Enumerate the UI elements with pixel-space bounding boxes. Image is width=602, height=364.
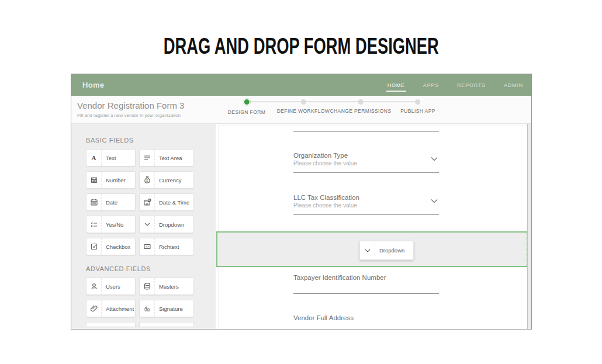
- field-button-signature[interactable]: Signature: [139, 300, 194, 317]
- topbar: Home HOME APPS REPORTS ADMIN: [71, 74, 531, 96]
- form-title: Vendor Registration Form 3: [77, 100, 184, 110]
- field-button-richtext[interactable]: </> Richtext: [139, 238, 194, 255]
- field-button-label: Dropdown: [155, 221, 184, 228]
- field-button-users[interactable]: Users: [86, 278, 136, 295]
- field-button-label: Date: [102, 199, 117, 206]
- nav-reports[interactable]: REPORTS: [456, 79, 487, 92]
- dropdown-icon: [140, 216, 155, 233]
- drop-zone[interactable]: Dropdown: [216, 231, 528, 267]
- field-button-date-time[interactable]: Date & Time: [139, 193, 194, 211]
- currency-icon: $: [140, 172, 155, 188]
- content: BASIC FIELDS A Text Text Area: [71, 124, 531, 330]
- nav-admin[interactable]: ADMIN: [503, 79, 524, 92]
- basic-fields-heading: BASIC FIELDS: [86, 124, 216, 144]
- field-button-label: Date & Time: [155, 199, 189, 206]
- date-time-icon: [140, 194, 155, 210]
- svg-text:</>: </>: [145, 245, 149, 248]
- field-button-masters[interactable]: Masters: [139, 278, 194, 295]
- field-placeholder: Please choose the value: [293, 160, 357, 167]
- step-label: CHANGE PERMISSIONS: [330, 108, 392, 114]
- form-header: Vendor Registration Form 3 Fill and regi…: [71, 96, 531, 124]
- step-dot: [416, 99, 421, 105]
- checkbox-icon: [87, 238, 102, 255]
- field-button-currency[interactable]: $ Currency: [139, 171, 194, 189]
- field-label: Taxpayer Identification Number: [293, 274, 386, 281]
- field-underline-partial: [293, 131, 439, 132]
- dropdown-icon: [360, 241, 375, 259]
- users-icon: [87, 278, 102, 294]
- form-canvas-area: Organization Type Please choose the valu…: [216, 124, 531, 330]
- date-icon: [87, 194, 102, 210]
- field-button-date[interactable]: Date: [86, 193, 136, 211]
- field-underline: [293, 214, 439, 215]
- step-design-form[interactable]: DESIGN FORM: [228, 96, 265, 115]
- signature-icon: [140, 300, 155, 317]
- field-button-label: Text Area: [155, 155, 182, 161]
- field-button-attachment[interactable]: Attachment: [86, 300, 136, 317]
- step-dot: [301, 99, 306, 105]
- step-label: DEFINE WORKFLOW: [277, 108, 330, 114]
- step-label: DESIGN FORM: [228, 109, 265, 115]
- svg-text:$: $: [146, 179, 148, 182]
- field-button-text-area[interactable]: Text Area: [139, 149, 194, 167]
- chevron-down-icon[interactable]: [430, 154, 439, 164]
- yes-no-icon: [87, 216, 102, 233]
- form-canvas: Organization Type Please choose the valu…: [219, 126, 528, 330]
- field-button-label: Text: [102, 155, 116, 161]
- field-label: Organization Type: [293, 152, 348, 159]
- advanced-fields-grid: Users Masters Attachment: [86, 278, 206, 327]
- chip-label: Dropdown: [375, 247, 404, 254]
- field-button-label: Checkbox: [102, 244, 130, 250]
- field-button-label: Attachment: [102, 306, 134, 312]
- basic-fields-grid: A Text Text Area Number: [86, 149, 206, 255]
- field-button-label: Masters: [155, 283, 179, 290]
- nav-apps[interactable]: APPS: [422, 79, 440, 92]
- page: DRAG AND DROP FORM DESIGNER Home HOME AP…: [0, 0, 602, 364]
- text-icon: A: [87, 150, 102, 166]
- field-button-dropdown[interactable]: Dropdown: [139, 216, 194, 233]
- number-icon: [87, 172, 102, 188]
- canvas-scrollbar[interactable]: [527, 124, 531, 330]
- chevron-down-icon[interactable]: [430, 196, 439, 206]
- field-button-partial[interactable]: [86, 322, 136, 327]
- text-area-icon: [140, 150, 155, 166]
- field-label: Vendor Full Address: [293, 314, 354, 321]
- field-underline: [293, 293, 439, 294]
- richtext-icon: </>: [140, 238, 155, 255]
- field-button-label: Users: [102, 283, 120, 290]
- form-subtitle: Fill and register a new vendor in your o…: [77, 113, 181, 118]
- advanced-fields-heading: ADVANCED FIELDS: [86, 255, 216, 272]
- step-change-permissions[interactable]: CHANGE PERMISSIONS: [330, 96, 392, 114]
- field-placeholder: Please choose the value: [293, 202, 357, 209]
- field-button-label: Number: [102, 177, 126, 183]
- attachment-icon: [87, 300, 102, 317]
- field-button-text[interactable]: A Text: [86, 149, 136, 167]
- top-nav: HOME APPS REPORTS ADMIN: [386, 74, 524, 96]
- field-button-number[interactable]: Number: [86, 171, 136, 189]
- masters-icon: [140, 278, 155, 294]
- dragged-dropdown-chip[interactable]: Dropdown: [359, 241, 414, 260]
- step-dot: [358, 99, 364, 105]
- field-button-partial[interactable]: [139, 322, 194, 327]
- field-button-yes-no[interactable]: Yes/No: [86, 216, 136, 233]
- field-button-label: Currency: [155, 177, 182, 183]
- step-publish-app[interactable]: PUBLISH APP: [400, 96, 435, 114]
- field-label: LLC Tax Classification: [293, 194, 359, 201]
- nav-home[interactable]: HOME: [386, 79, 406, 92]
- field-button-label: Signature: [155, 306, 183, 312]
- step-define-workflow[interactable]: DEFINE WORKFLOW: [277, 96, 330, 114]
- app-window: Home HOME APPS REPORTS ADMIN Vendor Regi…: [71, 74, 532, 330]
- page-title: DRAG AND DROP FORM DESIGNER: [0, 34, 602, 59]
- field-palette-sidebar: BASIC FIELDS A Text Text Area: [71, 124, 216, 330]
- field-button-label: Yes/No: [102, 221, 123, 228]
- step-dot-active: [243, 98, 251, 106]
- field-underline: [293, 172, 439, 173]
- field-button-label: Richtext: [155, 244, 179, 250]
- step-label: PUBLISH APP: [400, 108, 435, 114]
- brand-home[interactable]: Home: [82, 81, 104, 89]
- field-button-checkbox[interactable]: Checkbox: [86, 238, 136, 255]
